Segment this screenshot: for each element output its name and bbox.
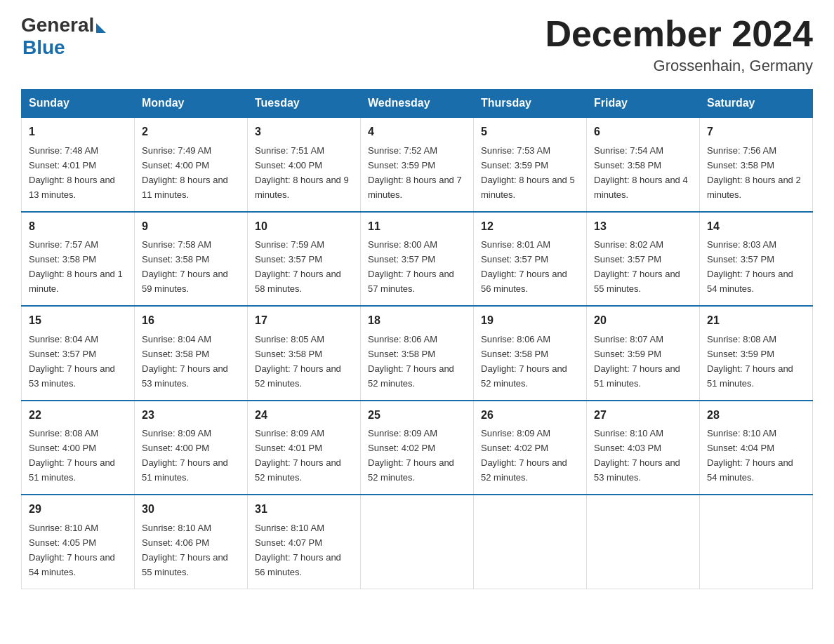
day-number: 29 <box>29 501 127 518</box>
day-number: 3 <box>255 123 353 141</box>
day-info: Sunrise: 7:58 AMSunset: 3:58 PMDaylight:… <box>142 239 228 294</box>
day-cell-10: 10Sunrise: 7:59 AMSunset: 3:57 PMDayligh… <box>248 212 361 306</box>
day-number: 8 <box>29 218 127 236</box>
day-number: 21 <box>707 312 805 330</box>
day-info: Sunrise: 8:05 AMSunset: 3:58 PMDaylight:… <box>255 334 341 389</box>
day-info: Sunrise: 7:53 AMSunset: 3:59 PMDaylight:… <box>481 145 575 200</box>
day-info: Sunrise: 8:06 AMSunset: 3:58 PMDaylight:… <box>481 334 567 389</box>
day-info: Sunrise: 7:52 AMSunset: 3:59 PMDaylight:… <box>368 145 462 200</box>
logo-blue-text: Blue <box>22 36 65 59</box>
logo-general-text: General <box>21 14 94 36</box>
day-cell-3: 3Sunrise: 7:51 AMSunset: 4:00 PMDaylight… <box>248 117 361 211</box>
day-number: 14 <box>707 218 805 236</box>
day-number: 12 <box>481 218 579 236</box>
day-info: Sunrise: 7:51 AMSunset: 4:00 PMDaylight:… <box>255 145 349 200</box>
day-info: Sunrise: 8:10 AMSunset: 4:04 PMDaylight:… <box>707 428 793 483</box>
day-cell-8: 8Sunrise: 7:57 AMSunset: 3:58 PMDaylight… <box>22 212 135 306</box>
day-cell-11: 11Sunrise: 8:00 AMSunset: 3:57 PMDayligh… <box>361 212 474 306</box>
day-info: Sunrise: 7:48 AMSunset: 4:01 PMDaylight:… <box>29 145 115 200</box>
day-number: 31 <box>255 501 353 518</box>
day-number: 4 <box>368 123 466 141</box>
day-cell-29: 29Sunrise: 8:10 AMSunset: 4:05 PMDayligh… <box>22 495 135 589</box>
location-label: Grossenhain, Germany <box>545 57 813 75</box>
day-info: Sunrise: 7:57 AMSunset: 3:58 PMDaylight:… <box>29 239 123 294</box>
day-cell-5: 5Sunrise: 7:53 AMSunset: 3:59 PMDaylight… <box>474 117 587 211</box>
day-number: 10 <box>255 218 353 236</box>
day-info: Sunrise: 8:08 AMSunset: 4:00 PMDaylight:… <box>29 428 115 483</box>
day-info: Sunrise: 8:09 AMSunset: 4:01 PMDaylight:… <box>255 428 341 483</box>
day-info: Sunrise: 8:09 AMSunset: 4:02 PMDaylight:… <box>368 428 454 483</box>
day-info: Sunrise: 7:54 AMSunset: 3:58 PMDaylight:… <box>594 145 688 200</box>
page-header: General Blue December 2024 Grossenhain, … <box>21 14 813 75</box>
logo-arrow-icon <box>96 23 106 33</box>
day-cell-4: 4Sunrise: 7:52 AMSunset: 3:59 PMDaylight… <box>361 117 474 211</box>
day-number: 28 <box>707 407 805 424</box>
day-info: Sunrise: 8:10 AMSunset: 4:05 PMDaylight:… <box>29 523 115 577</box>
day-cell-30: 30Sunrise: 8:10 AMSunset: 4:06 PMDayligh… <box>135 495 248 589</box>
day-number: 19 <box>481 312 579 330</box>
day-number: 7 <box>707 123 805 141</box>
day-cell-23: 23Sunrise: 8:09 AMSunset: 4:00 PMDayligh… <box>135 401 248 495</box>
day-cell-21: 21Sunrise: 8:08 AMSunset: 3:59 PMDayligh… <box>700 306 813 400</box>
empty-cell <box>587 495 700 589</box>
day-number: 6 <box>594 123 692 141</box>
day-cell-9: 9Sunrise: 7:58 AMSunset: 3:58 PMDaylight… <box>135 212 248 306</box>
day-info: Sunrise: 8:04 AMSunset: 3:58 PMDaylight:… <box>142 334 228 389</box>
week-row-3: 15Sunrise: 8:04 AMSunset: 3:57 PMDayligh… <box>22 306 813 400</box>
day-number: 18 <box>368 312 466 330</box>
day-cell-18: 18Sunrise: 8:06 AMSunset: 3:58 PMDayligh… <box>361 306 474 400</box>
day-cell-24: 24Sunrise: 8:09 AMSunset: 4:01 PMDayligh… <box>248 401 361 495</box>
day-cell-31: 31Sunrise: 8:10 AMSunset: 4:07 PMDayligh… <box>248 495 361 589</box>
col-header-monday: Monday <box>135 90 248 118</box>
day-info: Sunrise: 8:08 AMSunset: 3:59 PMDaylight:… <box>707 334 793 389</box>
empty-cell <box>700 495 813 589</box>
day-cell-12: 12Sunrise: 8:01 AMSunset: 3:57 PMDayligh… <box>474 212 587 306</box>
day-info: Sunrise: 8:09 AMSunset: 4:02 PMDaylight:… <box>481 428 567 483</box>
day-number: 25 <box>368 407 466 424</box>
month-title: December 2024 <box>545 14 813 54</box>
col-header-sunday: Sunday <box>22 90 135 118</box>
day-number: 13 <box>594 218 692 236</box>
day-cell-14: 14Sunrise: 8:03 AMSunset: 3:57 PMDayligh… <box>700 212 813 306</box>
day-number: 16 <box>142 312 240 330</box>
day-number: 17 <box>255 312 353 330</box>
day-cell-17: 17Sunrise: 8:05 AMSunset: 3:58 PMDayligh… <box>248 306 361 400</box>
day-cell-1: 1Sunrise: 7:48 AMSunset: 4:01 PMDaylight… <box>22 117 135 211</box>
day-cell-20: 20Sunrise: 8:07 AMSunset: 3:59 PMDayligh… <box>587 306 700 400</box>
col-header-wednesday: Wednesday <box>361 90 474 118</box>
day-info: Sunrise: 7:49 AMSunset: 4:00 PMDaylight:… <box>142 145 228 200</box>
week-row-2: 8Sunrise: 7:57 AMSunset: 3:58 PMDaylight… <box>22 212 813 306</box>
empty-cell <box>361 495 474 589</box>
day-info: Sunrise: 8:02 AMSunset: 3:57 PMDaylight:… <box>594 239 680 294</box>
day-number: 30 <box>142 501 240 518</box>
empty-cell <box>474 495 587 589</box>
title-block: December 2024 Grossenhain, Germany <box>545 14 813 75</box>
day-info: Sunrise: 7:56 AMSunset: 3:58 PMDaylight:… <box>707 145 801 200</box>
day-info: Sunrise: 8:03 AMSunset: 3:57 PMDaylight:… <box>707 239 793 294</box>
day-info: Sunrise: 8:04 AMSunset: 3:57 PMDaylight:… <box>29 334 115 389</box>
week-row-5: 29Sunrise: 8:10 AMSunset: 4:05 PMDayligh… <box>22 495 813 589</box>
day-cell-2: 2Sunrise: 7:49 AMSunset: 4:00 PMDaylight… <box>135 117 248 211</box>
week-row-1: 1Sunrise: 7:48 AMSunset: 4:01 PMDaylight… <box>22 117 813 211</box>
calendar-table: SundayMondayTuesdayWednesdayThursdayFrid… <box>21 89 813 589</box>
day-info: Sunrise: 8:00 AMSunset: 3:57 PMDaylight:… <box>368 239 454 294</box>
day-cell-16: 16Sunrise: 8:04 AMSunset: 3:58 PMDayligh… <box>135 306 248 400</box>
day-cell-25: 25Sunrise: 8:09 AMSunset: 4:02 PMDayligh… <box>361 401 474 495</box>
day-number: 11 <box>368 218 466 236</box>
day-number: 9 <box>142 218 240 236</box>
day-cell-22: 22Sunrise: 8:08 AMSunset: 4:00 PMDayligh… <box>22 401 135 495</box>
day-number: 23 <box>142 407 240 424</box>
day-number: 27 <box>594 407 692 424</box>
day-cell-15: 15Sunrise: 8:04 AMSunset: 3:57 PMDayligh… <box>22 306 135 400</box>
day-cell-26: 26Sunrise: 8:09 AMSunset: 4:02 PMDayligh… <box>474 401 587 495</box>
col-header-thursday: Thursday <box>474 90 587 118</box>
day-info: Sunrise: 8:10 AMSunset: 4:07 PMDaylight:… <box>255 523 341 577</box>
col-header-friday: Friday <box>587 90 700 118</box>
day-info: Sunrise: 8:01 AMSunset: 3:57 PMDaylight:… <box>481 239 567 294</box>
day-number: 24 <box>255 407 353 424</box>
day-cell-6: 6Sunrise: 7:54 AMSunset: 3:58 PMDaylight… <box>587 117 700 211</box>
day-number: 2 <box>142 123 240 141</box>
day-cell-28: 28Sunrise: 8:10 AMSunset: 4:04 PMDayligh… <box>700 401 813 495</box>
week-row-4: 22Sunrise: 8:08 AMSunset: 4:00 PMDayligh… <box>22 401 813 495</box>
day-number: 15 <box>29 312 127 330</box>
